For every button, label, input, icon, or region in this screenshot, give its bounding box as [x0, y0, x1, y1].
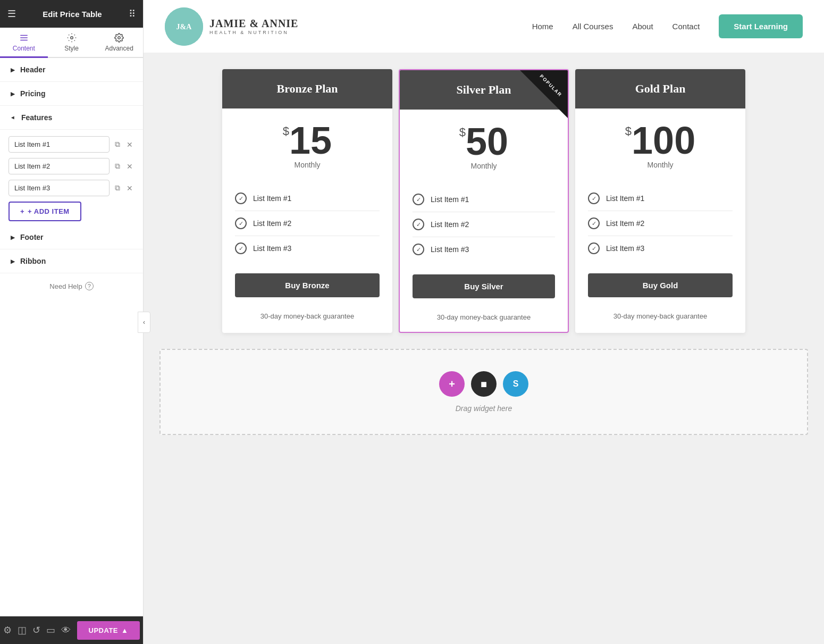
- tab-advanced-label: Advanced: [105, 45, 133, 52]
- silver-cta: Buy Silver: [400, 270, 568, 309]
- copy-item-3-button[interactable]: ⧉: [113, 181, 122, 196]
- pricing-cards: Bronze Plan $ 15 Monthly ✓ List Item #1: [159, 69, 808, 333]
- stack-icon[interactable]: S: [503, 371, 528, 397]
- right-area: J&A JAMIE & ANNIE HEALTH & NUTRITION Hom…: [144, 0, 824, 644]
- silver-plan-card: Silver Plan POPULAR $ 50 Monthly ✓: [399, 69, 569, 333]
- layers-icon[interactable]: ◫: [18, 624, 27, 636]
- hamburger-icon[interactable]: ☰: [7, 8, 16, 20]
- buy-silver-button[interactable]: Buy Silver: [413, 274, 555, 298]
- silver-period: Monthly: [410, 162, 557, 177]
- eye-icon[interactable]: 👁: [61, 625, 71, 636]
- gold-feature-1: ✓ List Item #1: [588, 186, 733, 211]
- gold-feature-3: ✓ List Item #3: [588, 236, 733, 261]
- grid-icon[interactable]: ⠿: [129, 8, 136, 20]
- silver-footer: 30-day money-back guarantee: [400, 309, 568, 332]
- list-item-row-1: ⧉ ✕: [9, 136, 134, 153]
- update-button[interactable]: UPDATE ▲: [77, 621, 140, 640]
- settings-icon[interactable]: ⚙: [3, 624, 12, 636]
- logo-tagline: HEALTH & NUTRITION: [209, 30, 298, 35]
- add-widget-icon[interactable]: +: [439, 371, 465, 397]
- update-chevron-icon: ▲: [121, 626, 128, 634]
- buy-gold-button[interactable]: Buy Gold: [588, 273, 733, 297]
- section-features-header[interactable]: ▼ Features: [0, 106, 143, 130]
- bronze-card-header: Bronze Plan: [222, 69, 392, 108]
- bronze-price-amount: 15: [289, 121, 332, 160]
- section-pricing-label: Pricing: [20, 89, 45, 98]
- list-item-input-3[interactable]: [9, 180, 110, 196]
- check-icon: ✓: [588, 218, 600, 229]
- gold-price-amount: 100: [632, 121, 695, 160]
- add-item-button[interactable]: + + ADD ITEM: [9, 202, 81, 221]
- section-pricing[interactable]: ▶ Pricing: [0, 82, 143, 106]
- collapse-panel-button[interactable]: ‹: [138, 312, 150, 333]
- panel-title: Edit Price Table: [43, 10, 102, 19]
- panel-content: ▶ Header ▶ Pricing ▼ Features ⧉ ✕: [0, 58, 143, 644]
- buy-bronze-button[interactable]: Buy Bronze: [235, 273, 380, 297]
- gold-price: $ 100 Monthly: [575, 108, 745, 182]
- copy-item-1-button[interactable]: ⧉: [113, 137, 122, 152]
- bronze-feature-3: ✓ List Item #3: [235, 236, 380, 261]
- gold-features: ✓ List Item #1 ✓ List Item #2 ✓ List Ite…: [575, 182, 745, 269]
- section-ribbon-label: Ribbon: [20, 257, 46, 265]
- section-ribbon[interactable]: ▶ Ribbon: [0, 249, 143, 273]
- section-footer[interactable]: ▶ Footer: [0, 225, 143, 249]
- nav-home[interactable]: Home: [532, 22, 553, 31]
- bronze-features: ✓ List Item #1 ✓ List Item #2 ✓ List Ite…: [222, 182, 392, 269]
- section-footer-label: Footer: [20, 233, 44, 241]
- need-help[interactable]: Need Help ?: [0, 273, 143, 299]
- add-item-plus: +: [20, 207, 24, 215]
- nav-all-courses[interactable]: All Courses: [573, 22, 613, 31]
- bronze-period: Monthly: [233, 161, 382, 175]
- bronze-footer: 30-day money-back guarantee: [222, 308, 392, 331]
- bronze-plan-card: Bronze Plan $ 15 Monthly ✓ List Item #1: [222, 69, 392, 333]
- delete-item-1-button[interactable]: ✕: [125, 137, 135, 152]
- copy-item-2-button[interactable]: ⧉: [113, 159, 122, 174]
- list-item-input-1[interactable]: [9, 136, 110, 153]
- bronze-feature-1-label: List Item #1: [253, 194, 291, 203]
- main-content: Bronze Plan $ 15 Monthly ✓ List Item #1: [144, 53, 824, 644]
- panel-tabs: Content Style Advanced: [0, 28, 143, 58]
- bronze-price: $ 15 Monthly: [222, 108, 392, 182]
- gold-cta: Buy Gold: [575, 269, 745, 308]
- silver-feature-1: ✓ List Item #1: [413, 187, 555, 212]
- silver-features: ✓ List Item #1 ✓ List Item #2 ✓ List Ite…: [400, 183, 568, 270]
- section-header-label: Header: [20, 65, 45, 74]
- silver-feature-3: ✓ List Item #3: [413, 237, 555, 262]
- drag-label: Drag widget here: [456, 404, 512, 413]
- gold-footer: 30-day money-back guarantee: [575, 308, 745, 331]
- nav-contact[interactable]: Contact: [672, 22, 700, 31]
- pricing-arrow: ▶: [11, 91, 15, 97]
- section-header[interactable]: ▶ Header: [0, 58, 143, 82]
- gold-card-header: Gold Plan: [575, 69, 745, 108]
- left-panel: ☰ Edit Price Table ⠿ Content Style Advan…: [0, 0, 144, 644]
- tab-content[interactable]: Content: [0, 28, 48, 58]
- stop-icon[interactable]: ■: [471, 371, 497, 397]
- header-arrow: ▶: [11, 67, 15, 73]
- update-label: UPDATE: [89, 626, 118, 634]
- history-icon[interactable]: ↺: [32, 624, 40, 636]
- svg-text:J&A: J&A: [176, 22, 192, 30]
- tab-advanced[interactable]: Advanced: [95, 28, 143, 58]
- check-icon: ✓: [413, 244, 424, 255]
- list-item-input-2[interactable]: [9, 158, 110, 174]
- logo-circle: J&A: [165, 7, 203, 46]
- list-item-row-2: ⧉ ✕: [9, 158, 134, 174]
- delete-item-2-button[interactable]: ✕: [125, 159, 135, 174]
- responsive-icon[interactable]: ▭: [46, 624, 55, 636]
- delete-item-3-button[interactable]: ✕: [125, 181, 135, 196]
- svg-point-0: [70, 37, 73, 39]
- gold-feature-1-label: List Item #1: [606, 194, 644, 203]
- tab-style[interactable]: Style: [48, 28, 96, 58]
- gold-feature-2-label: List Item #2: [606, 219, 644, 228]
- start-learning-button[interactable]: Start Learning: [719, 14, 803, 38]
- panel-footer-bar: ⚙ ◫ ↺ ▭ 👁 UPDATE ▲: [0, 616, 143, 644]
- check-icon: ✓: [235, 242, 247, 254]
- logo-name: JAMIE & ANNIE: [209, 18, 298, 30]
- widget-drop-area[interactable]: + ■ S Drag widget here: [159, 349, 808, 435]
- silver-price: $ 50 Monthly: [400, 110, 568, 183]
- ribbon-arrow: ▶: [11, 258, 15, 264]
- bronze-plan-title: Bronze Plan: [276, 82, 338, 95]
- check-icon: ✓: [588, 242, 600, 254]
- nav-about[interactable]: About: [632, 22, 653, 31]
- bronze-feature-1: ✓ List Item #1: [235, 186, 380, 211]
